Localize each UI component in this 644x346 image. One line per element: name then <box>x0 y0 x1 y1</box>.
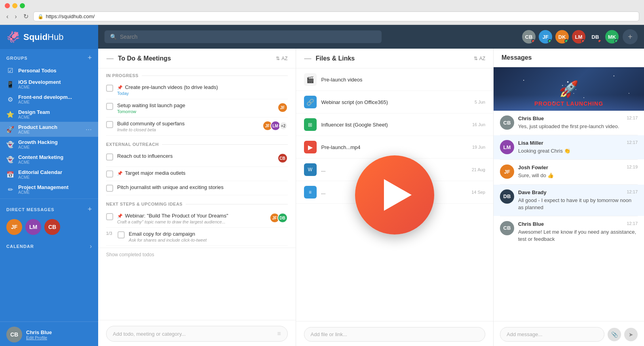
todo-checkbox[interactable] <box>106 103 113 110</box>
sidebar-item-project-management[interactable]: ✏ Project Management ACME <box>0 182 98 197</box>
todo-sort-button[interactable]: ⇅ AZ <box>276 56 287 61</box>
files-panel-title: Files & Links <box>316 55 355 62</box>
back-button[interactable]: ‹ <box>5 12 10 21</box>
add-member-button[interactable]: + <box>623 29 638 44</box>
file-icon-link: 🔗 <box>304 96 317 108</box>
search-bar[interactable]: 🔍 <box>104 30 382 43</box>
dots-icon[interactable]: ⋯ <box>85 126 92 133</box>
message-attach-button[interactable]: 📎 <box>608 328 621 341</box>
message-send-button[interactable]: ➤ <box>624 328 638 341</box>
sidebar-item-product-launch[interactable]: 🚀 Product Launch ACME ⋯ <box>0 122 98 137</box>
todo-title: 📌 Create pre-launch videos (to drive lea… <box>117 84 288 90</box>
todo-checkbox[interactable] <box>106 213 113 220</box>
sidebar-item-editorial-calendar[interactable]: 📅 Editorial Calendar ACME <box>0 167 98 182</box>
todo-title: 📌 Webinar: "Build The Product of Your Dr… <box>117 213 266 219</box>
item-name: Project Management <box>18 184 92 190</box>
file-item-1[interactable]: 🎬 Pre-launch videos <box>296 68 494 91</box>
todo-checkbox[interactable] <box>106 170 113 178</box>
calendar-section[interactable]: CALENDAR › <box>0 239 98 254</box>
file-name: Pre-launch...mp4 <box>321 144 467 150</box>
todo-checkbox[interactable] <box>118 231 125 238</box>
todo-section-in-progress: In Progress 📌 Create pre-launch videos (… <box>98 68 296 137</box>
message-item-4: DB Dave Brady 12:17 All good - I expect … <box>494 185 644 216</box>
sort-icon: ⇅ <box>474 56 478 61</box>
todo-title: Pitch journalist with unique and excitin… <box>117 184 288 190</box>
edit-profile-link[interactable]: Edit Profile <box>26 335 52 340</box>
dm-avatar-2[interactable]: LM <box>25 219 41 235</box>
todo-subtitle: Invite to closed beta <box>117 127 258 132</box>
sidebar-divider <box>0 199 98 199</box>
video-play-button[interactable] <box>355 155 434 234</box>
url-bar[interactable]: 🔒 https://squidhub.com/ <box>33 11 639 21</box>
sidebar-item-growth-hacking[interactable]: 👻 Growth Hacking ACME <box>0 137 98 152</box>
todo-checkbox[interactable] <box>106 153 113 161</box>
files-collapse-button[interactable]: — <box>304 54 312 62</box>
close-dot[interactable] <box>5 3 10 8</box>
item-name: Personal Todos <box>18 68 92 74</box>
sidebar-item-design-team[interactable]: ⭐ Design Team ACME <box>0 107 98 122</box>
msg-avatar-4: DB <box>500 189 514 204</box>
file-item-3[interactable]: ⊞ Influencer list (Google Sheet) 16 Jun <box>296 113 494 136</box>
play-triangle-icon <box>384 179 412 211</box>
search-input[interactable] <box>120 34 376 40</box>
dm-avatar-3[interactable]: CB <box>44 219 60 235</box>
files-sort-button[interactable]: ⇅ AZ <box>474 56 485 61</box>
pencil-icon: ✏ <box>6 186 14 193</box>
show-completed-button[interactable]: Show completed todos <box>98 248 296 261</box>
todo-add-input[interactable]: Add todo, meeting or category... ≡ <box>106 326 288 342</box>
dm-avatars: JF LM CB <box>0 216 98 239</box>
avatar-user-5[interactable]: DB <box>588 29 603 44</box>
sidebar-item-ios-development[interactable]: 📱 iOS Development ACME <box>0 77 98 92</box>
main-panels: — To Do & Meetings ⇅ AZ In Progress <box>98 49 644 346</box>
msg-time: 12:17 <box>627 189 638 195</box>
todo-collapse-button[interactable]: — <box>106 54 114 62</box>
todo-checkbox[interactable] <box>106 185 113 192</box>
item-sub: ACME <box>18 115 92 119</box>
avatar-user-1[interactable]: CB <box>521 29 536 44</box>
avatar-user-2[interactable]: JF <box>538 29 553 44</box>
todo-avatars: JF <box>277 102 288 113</box>
avatar-user-3[interactable]: DK <box>555 29 570 44</box>
dm-avatar-1[interactable]: JF <box>6 219 22 235</box>
todo-checkbox[interactable] <box>106 121 113 128</box>
todo-add-placeholder: Add todo, meeting or category... <box>113 331 277 337</box>
file-icon-doc2: ≡ <box>304 186 317 199</box>
todo-subtitle: Ask for shares and include click-to-twee… <box>129 238 287 242</box>
msg-avatar-2: LM <box>500 140 514 154</box>
msg-avatar-1: CB <box>500 115 514 130</box>
sort-label: AZ <box>281 56 287 61</box>
refresh-button[interactable]: ↻ <box>22 12 30 21</box>
sidebar-item-content-marketing[interactable]: 👻 Content Marketing ACME <box>0 152 98 167</box>
dm-add-button[interactable]: + <box>87 205 92 214</box>
message-item-5: CB Chris Blue 12:17 Awesome! Let me know… <box>494 216 644 248</box>
file-item-2[interactable]: 🔗 Webinar script (on Office365) 5 Jun <box>296 91 494 113</box>
item-sub: ACME <box>18 175 92 180</box>
gear-icon: ⚙ <box>6 96 14 103</box>
user-profile[interactable]: CB Chris Blue Edit Profile <box>0 321 98 346</box>
avatar-user-6[interactable]: MK <box>604 29 619 44</box>
maximize-dot[interactable] <box>20 3 25 8</box>
groups-add-button[interactable]: + <box>87 54 92 62</box>
groups-section-header: GROUPS + <box>0 49 98 64</box>
sidebar-item-personal-todos[interactable]: ☑ Personal Todos <box>0 64 98 77</box>
todo-avatars: CB <box>277 153 288 163</box>
todo-count-badge: +2 <box>279 121 288 130</box>
avatar-user-4[interactable]: LM <box>571 29 586 44</box>
msg-time: 12:17 <box>627 221 638 227</box>
message-input[interactable] <box>500 327 604 342</box>
calendar-icon: 📅 <box>6 171 14 178</box>
checkbox-icon: ☑ <box>6 67 14 74</box>
todo-avatar: JF <box>277 102 288 113</box>
item-name: Editorial Calendar <box>18 169 92 175</box>
todo-checkbox[interactable] <box>106 85 113 92</box>
forward-button[interactable]: › <box>13 12 18 21</box>
dm-label: DIRECT MESSAGES <box>6 207 54 212</box>
search-icon: 🔍 <box>110 34 117 40</box>
sidebar-item-frontend[interactable]: ⚙ Front-end developm... ACME <box>0 92 98 107</box>
file-name: Influencer list (Google Sheet) <box>321 122 467 128</box>
avatar-group: CB JF DK LM DB <box>521 29 638 44</box>
status-indicator <box>531 39 535 43</box>
files-add-input[interactable]: Add file or link... <box>304 327 486 342</box>
todo-item-5: 📌 Target major media outlets <box>106 167 288 181</box>
minimize-dot[interactable] <box>12 3 17 8</box>
